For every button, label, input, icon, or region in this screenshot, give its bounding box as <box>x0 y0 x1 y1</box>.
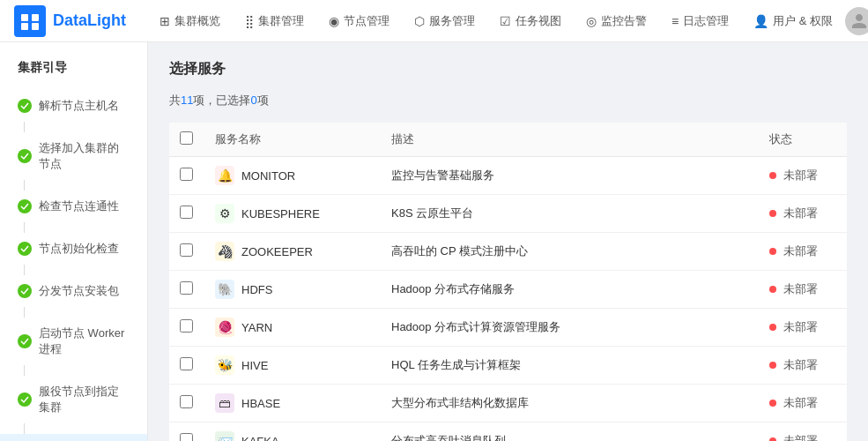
status-dot-monitor <box>769 172 776 179</box>
row-status-cell: 未部署 <box>759 422 847 442</box>
service-name-text-monitor: MONITOR <box>241 169 295 183</box>
nav-label-task-view: 任务视图 <box>516 13 561 29</box>
nav-label-monitor: 监控告警 <box>601 13 647 29</box>
row-checkbox-monitor[interactable] <box>180 168 193 181</box>
status-text-kafka: 未部署 <box>783 434 818 441</box>
row-checkbox-zookeeper[interactable] <box>180 243 193 257</box>
row-status-cell: 未部署 <box>759 385 847 422</box>
sidebar-item-2[interactable]: 选择加入集群的节点 <box>0 132 147 180</box>
nav-item-cluster-overview[interactable]: ⊞ 集群概览 <box>147 0 233 42</box>
service-table: 服务名称 描述 状态 🔔 MONITOR 监控与告警基础服务 未部署 <box>169 123 847 441</box>
row-name-cell: ⚙ KUBESPHERE <box>204 195 381 233</box>
row-checkbox-hdfs[interactable] <box>180 281 193 295</box>
sidebar: 集群引导 解析节点主机名 选择加入集群的节点 检查节点连通性 节点初始化检查 分 <box>0 42 148 441</box>
nav-item-node-mgmt[interactable]: ◉ 节点管理 <box>316 0 402 42</box>
sidebar-line-5 <box>24 307 25 318</box>
nav-item-log[interactable]: ≡ 日志管理 <box>659 0 741 42</box>
row-desc-cell: 监控与告警基础服务 <box>381 157 759 195</box>
row-name-cell: 🗃 HBASE <box>204 385 381 422</box>
service-name-kubesphere: ⚙ KUBESPHERE <box>215 204 370 223</box>
step-check-icon-4 <box>18 242 32 256</box>
table-row: ⚙ KUBESPHERE K8S 云原生平台 未部署 <box>169 195 847 233</box>
status-text-yarn: 未部署 <box>783 320 818 333</box>
row-name-cell: 📨 KAFKA <box>204 422 381 442</box>
sidebar-label-7: 服役节点到指定集群 <box>39 384 130 415</box>
nav-items: ⊞ 集群概览 ⣿ 集群管理 ◉ 节点管理 ⬡ 服务管理 ☑ 任务视图 ◎ 监控告… <box>147 0 845 42</box>
svg-rect-1 <box>32 14 39 21</box>
row-name-cell: 🐝 HIVE <box>204 347 381 385</box>
svg-rect-2 <box>21 23 28 30</box>
sidebar-item-1[interactable]: 解析节点主机名 <box>0 90 147 122</box>
service-name-text-hbase: HBASE <box>241 397 280 410</box>
status-dot-hbase <box>769 400 776 407</box>
sidebar-label-5: 分发节点安装包 <box>39 283 119 299</box>
main-content: 选择服务 共11项，已选择0项 服务名称 描述 状态 🔔 <box>148 42 868 441</box>
status-text-zookeeper: 未部署 <box>783 244 818 258</box>
select-all-checkbox[interactable] <box>180 131 193 145</box>
row-checkbox-cell <box>169 385 204 422</box>
service-icon-hive: 🐝 <box>215 355 234 375</box>
row-name-cell: 🦓 ZOOKEEPER <box>204 233 381 271</box>
nav-label-log: 日志管理 <box>683 13 729 29</box>
nav-label-service-mgmt: 服务管理 <box>429 13 475 29</box>
nav-item-cluster-mgmt[interactable]: ⣿ 集群管理 <box>233 0 316 42</box>
service-icon-hdfs: 🐘 <box>215 280 234 299</box>
nav-item-task-view[interactable]: ☑ 任务视图 <box>487 0 574 42</box>
user-avatar[interactable] <box>845 7 868 35</box>
table-row: 🦓 ZOOKEEPER 高吞吐的 CP 模式注册中心 未部署 <box>169 233 847 271</box>
row-checkbox-cell <box>169 422 204 442</box>
cluster-overview-icon: ⊞ <box>160 14 170 28</box>
sidebar-line-4 <box>24 265 25 275</box>
header-name-col: 服务名称 <box>204 123 381 157</box>
service-name-text-kafka: KAFKA <box>241 435 279 442</box>
service-name-text-kubesphere: KUBESPHERE <box>241 207 320 220</box>
row-checkbox-yarn[interactable] <box>180 319 193 333</box>
service-name-text-hdfs: HDFS <box>241 283 272 296</box>
sidebar-item-6[interactable]: 启动节点 Worker 进程 <box>0 318 147 365</box>
service-name-text-yarn: YARN <box>241 321 272 334</box>
service-name-yarn: 🧶 YARN <box>215 318 370 337</box>
row-desc-cell: HQL 任务生成与计算框架 <box>381 347 759 385</box>
service-name-hdfs: 🐘 HDFS <box>215 280 370 299</box>
sidebar-line-2 <box>24 180 25 191</box>
nav-label-user: 用户 & 权限 <box>773 13 833 29</box>
table-row: 📨 KAFKA 分布式高吞吐消息队列 未部署 <box>169 422 847 442</box>
nav-item-service-mgmt[interactable]: ⬡ 服务管理 <box>402 0 487 42</box>
row-checkbox-kafka[interactable] <box>180 433 193 441</box>
row-checkbox-cell <box>169 195 204 233</box>
row-desc-cell: 分布式高吞吐消息队列 <box>381 422 759 442</box>
sidebar-item-7[interactable]: 服役节点到指定集群 <box>0 376 147 423</box>
nav-item-user[interactable]: 👤 用户 & 权限 <box>741 0 845 42</box>
nav-item-monitor[interactable]: ◎ 监控告警 <box>574 0 659 42</box>
status-dot-hdfs <box>769 286 776 293</box>
row-status-cell: 未部署 <box>759 195 847 233</box>
row-checkbox-cell <box>169 347 204 385</box>
status-dot-kubesphere <box>769 210 776 217</box>
svg-rect-3 <box>32 23 39 30</box>
sidebar-item-5[interactable]: 分发节点安装包 <box>0 275 147 307</box>
row-checkbox-cell <box>169 233 204 271</box>
service-name-text-hive: HIVE <box>241 359 268 372</box>
status-text-hbase: 未部署 <box>783 396 818 409</box>
row-status-cell: 未部署 <box>759 309 847 347</box>
row-desc-cell: 高吞吐的 CP 模式注册中心 <box>381 233 759 271</box>
sidebar-label-4: 节点初始化检查 <box>39 241 119 257</box>
step-check-icon-6 <box>18 334 32 348</box>
table-row: 🔔 MONITOR 监控与告警基础服务 未部署 <box>169 157 847 195</box>
nav-right <box>845 7 868 35</box>
task-view-icon: ☑ <box>500 14 511 28</box>
service-name-monitor: 🔔 MONITOR <box>215 166 370 185</box>
header-checkbox-col <box>169 123 204 157</box>
sidebar-line-1 <box>24 122 25 132</box>
sidebar-line-7 <box>24 423 25 434</box>
sidebar-item-4[interactable]: 节点初始化检查 <box>0 233 147 265</box>
sidebar-item-3[interactable]: 检查节点连通性 <box>0 191 147 222</box>
sidebar-label-3: 检查节点连通性 <box>39 198 119 214</box>
row-checkbox-hbase[interactable] <box>180 395 193 408</box>
sidebar-item-8[interactable]: 8 选择服务 <box>0 434 147 441</box>
sidebar-line-6 <box>24 365 25 376</box>
header-desc-col: 描述 <box>381 123 759 157</box>
row-checkbox-kubesphere[interactable] <box>180 206 193 219</box>
row-checkbox-hive[interactable] <box>180 357 193 370</box>
status-dot-kafka <box>769 437 776 441</box>
